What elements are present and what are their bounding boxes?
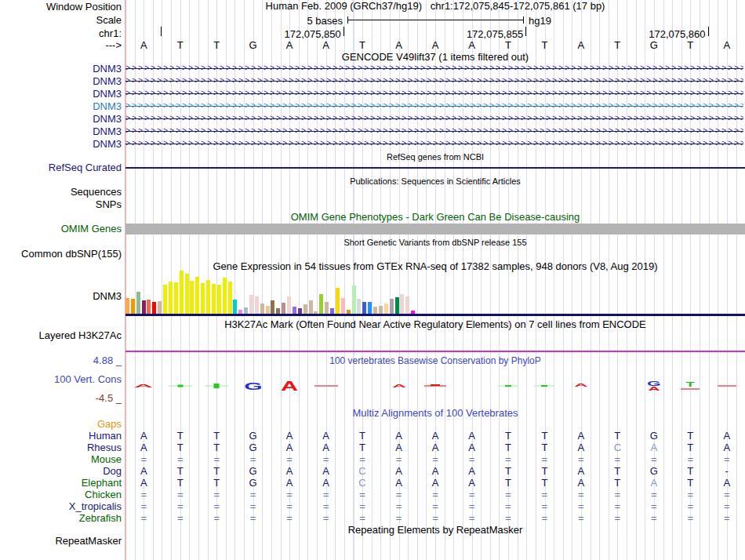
transcript-arrow-row[interactable]: >>>>>>>>>>>>>>>>>>>>>>>>>>>>>>>>>>>>>>>>… [125,64,743,74]
gtex-tissue-bar[interactable] [244,307,248,314]
track-label-gaps[interactable]: Gaps [0,419,122,430]
gtex-tissue-bar[interactable] [352,285,356,314]
gtex-tissue-bar[interactable] [368,302,372,314]
gene-label[interactable]: DNM3 [0,89,122,100]
alignment-base: = [636,501,672,512]
gene-label[interactable]: DNM3 [0,76,122,87]
gtex-tissue-bar[interactable] [195,277,199,314]
gtex-tissue-bar[interactable] [395,297,399,314]
gtex-tissue-bar[interactable] [217,285,221,314]
gtex-tissue-bar[interactable] [131,299,135,314]
track-label-gtex-gene[interactable]: DNM3 [0,291,122,302]
gtex-tissue-bar[interactable] [379,306,383,314]
gtex-tissue-bar[interactable] [180,271,184,314]
gtex-tissue-bar[interactable] [255,296,259,314]
gtex-tissue-bar[interactable] [276,308,280,314]
alignment-base: = [672,513,708,524]
gtex-tissue-bar[interactable] [136,292,140,314]
track-label-refseq-curated[interactable]: RefSeq Curated [0,162,122,173]
gtex-tissue-bar[interactable] [163,285,167,314]
transcript-arrow-row[interactable]: >>>>>>>>>>>>>>>>>>>>>>>>>>>>>>>>>>>>>>>>… [125,126,743,136]
gene-label[interactable]: DNM3 [0,64,122,75]
species-label[interactable]: Human [0,431,122,442]
gtex-tissue-bar[interactable] [400,294,404,314]
gtex-tissue-bar[interactable] [303,304,307,314]
gtex-tissue-bar[interactable] [282,303,285,314]
track-label-common-dbsnp[interactable]: Common dbSNP(155) [0,249,122,260]
gtex-tissue-bar[interactable] [206,280,210,314]
omim-gene-bar[interactable] [125,224,745,235]
species-label[interactable]: Zebrafish [0,513,122,524]
alignment-base: = [344,454,380,465]
gtex-tissue-bar[interactable] [212,284,216,314]
refseq-gene-line[interactable] [125,167,745,169]
alignment-base: = [417,454,453,465]
gtex-tissue-bar[interactable] [174,282,178,314]
gtex-tissue-bar[interactable] [260,304,264,314]
gtex-tissue-bar[interactable] [125,298,129,314]
gtex-gene-model-line[interactable] [125,314,745,316]
track-label-layered-h3k27ac[interactable]: Layered H3K27Ac [0,330,122,341]
transcript-arrow-row[interactable]: >>>>>>>>>>>>>>>>>>>>>>>>>>>>>>>>>>>>>>>>… [125,114,743,124]
species-label[interactable]: Mouse [0,454,122,465]
alignment-base: T [490,442,526,453]
transcript-arrow-row[interactable]: >>>>>>>>>>>>>>>>>>>>>>>>>>>>>>>>>>>>>>>>… [125,101,743,111]
gtex-tissue-bar[interactable] [142,300,146,314]
gtex-tissue-bar[interactable] [201,283,205,314]
gtex-tissue-bar[interactable] [249,295,253,314]
gtex-tissue-bar[interactable] [325,302,329,314]
track-label-omim-genes[interactable]: OMIM Genes [0,224,122,235]
species-label[interactable]: Elephant [0,478,122,489]
gtex-tissue-bar[interactable] [185,274,189,314]
gtex-tissue-bar[interactable] [158,301,162,314]
track-label-100-vert-cons[interactable]: 100 Vert. Cons [0,374,122,385]
species-label[interactable]: Dog [0,466,122,477]
gene-label[interactable]: DNM3 [0,101,122,112]
gtex-tissue-bar[interactable] [233,300,237,314]
alignment-base: = [417,501,453,512]
gtex-tissue-bar[interactable] [190,281,194,314]
track-label-snps[interactable]: SNPs [0,199,122,210]
alignment-base: T [672,431,708,442]
gtex-tissue-bar[interactable] [169,282,173,314]
gtex-tissue-bar[interactable] [266,306,270,314]
species-label[interactable]: Chicken [0,489,122,500]
gtex-tissue-bar[interactable] [336,288,340,314]
gtex-tissue-bar[interactable] [287,296,291,314]
transcript-arrow-row[interactable]: >>>>>>>>>>>>>>>>>>>>>>>>>>>>>>>>>>>>>>>>… [125,139,743,149]
gtex-tissue-bar[interactable] [293,307,296,314]
gtex-tissue-bar[interactable] [319,294,323,314]
transcript-arrow-row[interactable]: >>>>>>>>>>>>>>>>>>>>>>>>>>>>>>>>>>>>>>>>… [125,89,743,99]
gtex-tissue-bar[interactable] [362,302,366,314]
multiz-title: Multiz Alignments of 100 Vertebrates [125,408,745,418]
alignment-base: = [162,489,198,500]
alignment-base: = [234,489,271,500]
gtex-tissue-bar[interactable] [309,300,313,314]
species-label[interactable]: X_tropicalis [0,501,122,512]
species-label[interactable]: Rhesus [0,442,122,453]
gtex-tissue-bar[interactable] [357,299,361,314]
gtex-tissue-bar[interactable] [373,307,377,314]
gene-label[interactable]: DNM3 [0,114,122,125]
window-position-label: Window Position [0,2,122,13]
gtex-tissue-bar[interactable] [271,300,274,314]
gtex-tissue-bar[interactable] [152,302,156,314]
alignment-base: G [234,466,271,477]
gtex-tissue-bar[interactable] [223,278,227,314]
gtex-tissue-bar[interactable] [405,296,409,314]
alignment-base: = [234,501,271,512]
cons-base-column [417,376,453,395]
gtex-tissue-bar[interactable] [341,298,345,314]
gtex-tissue-bar[interactable] [390,299,394,314]
gene-label[interactable]: DNM3 [0,126,122,137]
transcript-arrow-row[interactable]: >>>>>>>>>>>>>>>>>>>>>>>>>>>>>>>>>>>>>>>>… [125,76,743,86]
gtex-tissue-bar[interactable] [384,304,388,314]
gtex-tissue-bar[interactable] [228,282,232,314]
cons-base-column [162,376,198,395]
gtex-tissue-bar[interactable] [330,308,334,314]
track-label-sequences[interactable]: Sequences [0,187,122,198]
gtex-tissue-bar[interactable] [147,300,151,314]
track-label-repeatmasker[interactable]: RepeatMasker [0,536,122,547]
gtex-tissue-bar[interactable] [298,308,302,314]
gene-label[interactable]: DNM3 [0,139,122,150]
